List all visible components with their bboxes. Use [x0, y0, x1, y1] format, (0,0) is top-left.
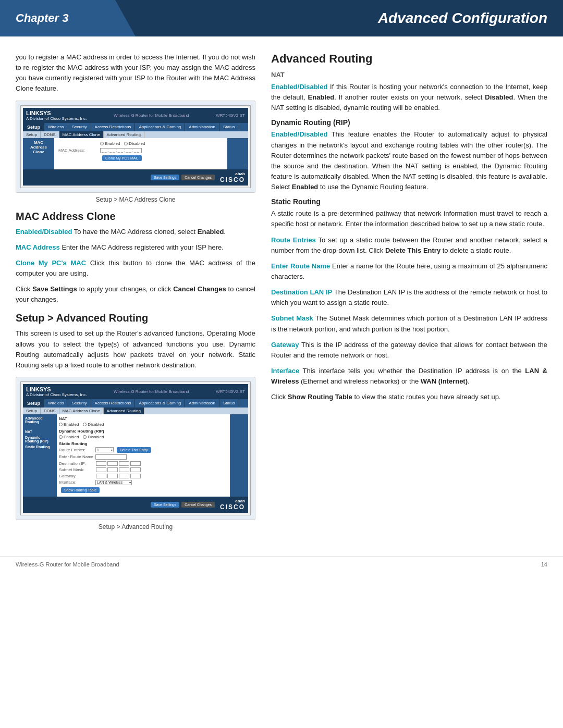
ui2-gw-3[interactable]	[119, 474, 129, 478]
ui2-subnet-row: Subnet Mask:	[59, 467, 228, 472]
ui2-nat-radios: Enabled Disabled	[59, 422, 104, 427]
ui2-header: LINKSYS A Division of Cisco Systems, Inc…	[23, 384, 248, 399]
ui2-static-heading: Static Routing	[59, 441, 228, 446]
ui2-interface-select[interactable]: LAN & Wireless	[95, 480, 132, 485]
ui2-cancel-btn[interactable]: Cancel Changes	[181, 502, 215, 508]
ui2-gw-4[interactable]	[130, 474, 141, 478]
ui2-route-name-input[interactable]	[95, 454, 127, 460]
ui2-nat-enabled[interactable]: Enabled	[59, 422, 79, 427]
gateway-label: Gateway	[271, 341, 299, 349]
dyn-enabled-label: Enabled/Disabled	[271, 130, 327, 138]
ui2-subnet-1[interactable]	[96, 467, 106, 472]
mac-enabled-text: To have the MAC Address cloned, select E…	[74, 228, 226, 236]
ui2-nav-security[interactable]: Security	[68, 399, 91, 408]
ui1-nav-access[interactable]: Access Restrictions	[91, 123, 136, 131]
clone-pc-label: Clone My PC's MAC	[16, 259, 86, 267]
ui2-sub-setup[interactable]: Setup	[23, 408, 41, 414]
static-intro-para: A static route is a pre-determined pathw…	[271, 208, 547, 229]
ui1-nav-security[interactable]: Security	[68, 123, 91, 131]
ui1-cancel-btn[interactable]: Cancel Changes	[181, 175, 215, 180]
logo-text: LINKSYS	[26, 110, 87, 116]
ui1-sub-mac[interactable]: MAC Address Clone	[59, 131, 104, 138]
left-column: you to register a MAC address in order t…	[16, 52, 255, 536]
ui2-dyn-row: Enabled Disabled	[59, 435, 228, 439]
ui1-mac-input[interactable]: _ _ : _ _ : _ _ : _ _ : _ _	[100, 148, 142, 153]
ui2-subnet-4[interactable]	[130, 467, 141, 472]
interface-text: This interface tells you whether the Des…	[271, 367, 547, 385]
ui2-dest-2[interactable]	[107, 461, 118, 466]
ui2-nat-heading: NAT	[59, 416, 228, 421]
ui2-enter-route-row: Enter Route Name:	[59, 454, 228, 460]
dest-lan-label: Destination LAN IP	[271, 288, 332, 296]
ui1-save-btn[interactable]: Save Settings	[151, 175, 179, 180]
ui1-sub-ddns[interactable]: DDNS	[41, 131, 59, 138]
ui2-section-labels: Advanced Routing NAT Dynamic Routing (RI…	[23, 414, 57, 497]
ui2-dest-row: Destination IP:	[59, 461, 228, 466]
route-entries-para: Route Entries To set up a static route b…	[271, 235, 547, 256]
ui1-nav-items: Wireless Security Access Restrictions Ap…	[44, 123, 248, 131]
ui1-disabled-radio[interactable]: Disabled	[124, 141, 145, 146]
ui2-gateway-row: Gateway:	[59, 474, 228, 478]
chapter-label: Chapter 3	[0, 0, 136, 36]
ui2-dest-4[interactable]	[130, 461, 141, 466]
intro-paragraph: you to register a MAC address in order t…	[16, 52, 255, 94]
mac-enabled-label: Enabled/Disabled	[16, 228, 72, 236]
ui2-gw-2[interactable]	[107, 474, 118, 478]
ui2-interface-label: Interface:	[59, 480, 95, 485]
ui1-setup-nav[interactable]: Setup	[23, 123, 44, 131]
ui2-logo-sub: A Division of Cisco Systems, Inc.	[26, 392, 87, 397]
mac-address-label: MAC Address	[16, 243, 60, 251]
ui1-nav-wireless[interactable]: Wireless	[44, 123, 68, 131]
ui1-subnav: Setup DDNS MAC Address Clone Advanced Ro…	[23, 131, 248, 138]
ui2-dest-3[interactable]	[119, 461, 129, 466]
ui2-nav-access[interactable]: Access Restrictions	[91, 399, 136, 408]
ui1-cisco-logo: ahah CISCO	[220, 171, 245, 183]
ui2-delete-btn[interactable]: Delete This Entry	[117, 447, 151, 453]
ui1-enabled-radio[interactable]: Enabled	[100, 141, 120, 146]
ui2-show-table-btn[interactable]: Show Routing Table	[61, 487, 100, 493]
ui2-nav-apps[interactable]: Applications & Gaming	[135, 399, 185, 408]
ui2-gw-1[interactable]	[96, 474, 106, 478]
ui2-nav-status[interactable]: Status	[219, 399, 239, 408]
ui2-dyn-heading: Dynamic Routing (RIP)	[59, 429, 228, 434]
ui2-subnet-3[interactable]	[119, 467, 129, 472]
ui2-dyn-enabled[interactable]: Enabled	[59, 435, 79, 439]
dynamic-routing-para: Enabled/Disabled This feature enables th…	[271, 129, 547, 192]
ui1-sub-setup[interactable]: Setup	[23, 131, 41, 138]
ui1-sub-adv-routing[interactable]: Advanced Routing	[104, 131, 144, 138]
ui1-nav-apps[interactable]: Applications & Gaming	[135, 123, 185, 131]
ui2-logo-text: LINKSYS	[26, 386, 87, 392]
dyn-text: This feature enables the Router to autom…	[271, 130, 547, 191]
ui1-nav-admin[interactable]: Administration	[185, 123, 219, 131]
ui2-dest-1[interactable]	[96, 461, 106, 466]
ui2-sub-adv[interactable]: Advanced Routing	[104, 408, 144, 414]
ui1-side-filler: ···	[227, 138, 248, 169]
ui1-body: Enabled Disabled MAC Address: _ _ : _ _ …	[54, 138, 227, 169]
ui2-nat-disabled[interactable]: Disabled	[83, 422, 104, 427]
ui1-product-title: Wireless-G Router for Mobile Broadband	[87, 113, 216, 118]
ui1-mac-label: MAC Address:	[58, 148, 100, 153]
ui1-clone-row: Clone My PC's MAC	[58, 155, 223, 161]
ui2-adv-label: Advanced Routing	[25, 416, 55, 424]
ui2-dyn-disabled[interactable]: Disabled	[83, 435, 104, 439]
ui1-model: WRT54GV2-ST	[216, 113, 245, 118]
ui2-nav-wireless[interactable]: Wireless	[44, 399, 68, 408]
ui1-logo: LINKSYS A Division of Cisco Systems, Inc…	[26, 110, 87, 121]
ui2-sub-ddns[interactable]: DDNS	[41, 408, 59, 414]
ui2-save-btn[interactable]: Save Settings	[151, 502, 179, 508]
ui2-body: NAT Enabled Disabled Dynamic Routing (RI…	[57, 414, 230, 497]
ui2-subnet-2[interactable]	[107, 467, 118, 472]
ui2-sub-mac[interactable]: MAC Address Clone	[59, 408, 104, 414]
ui2-static-side: Static Routing	[25, 445, 55, 449]
mac-address-text: Enter the MAC Address registered with yo…	[62, 243, 223, 251]
nat-enabled-label: Enabled/Disabled	[271, 83, 327, 91]
ui2-setup-nav[interactable]: Setup	[23, 399, 44, 408]
ui1-clone-btn[interactable]: Clone My PC's MAC	[102, 155, 142, 161]
ui2-dyn-side: Dynamic Routing (RIP)	[25, 436, 55, 443]
ui2-nat-row: Enabled Disabled	[59, 422, 228, 427]
ui2-enter-route-label: Enter Route Name:	[59, 454, 95, 459]
ui1-nav-status[interactable]: Status	[219, 123, 239, 131]
right-column: Advanced Routing NAT Enabled/Disabled If…	[271, 52, 547, 536]
ui2-nav-admin[interactable]: Administration	[185, 399, 219, 408]
ui2-route-select[interactable]: 1	[95, 447, 114, 452]
